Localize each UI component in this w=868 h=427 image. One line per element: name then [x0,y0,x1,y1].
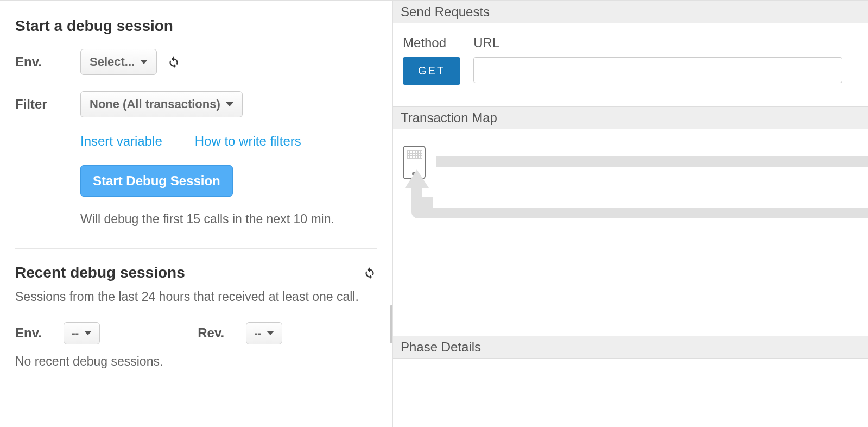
send-request-form: Method GET URL [393,23,868,106]
url-input[interactable] [473,57,842,83]
start-help-text: Will debug the first 15 calls in the nex… [80,212,377,227]
env-select-value: Select... [90,55,135,69]
recent-rev-label: Rev. [198,325,224,341]
recent-rev-value: -- [254,327,261,340]
caret-down-icon [84,331,92,335]
refresh-icon [167,55,181,69]
filter-label: Filter [15,97,80,112]
flow-line [411,208,868,218]
env-select-dropdown[interactable]: Select... [80,49,157,75]
recent-subtitle: Sessions from the last 24 hours that rec… [15,287,363,307]
env-label: Env. [15,54,80,70]
transaction-map-header: Transaction Map [393,106,868,129]
insert-variable-link[interactable]: Insert variable [80,134,162,149]
caret-down-icon [140,60,148,64]
filter-select-value: None (All transactions) [90,97,220,111]
filter-row: Filter None (All transactions) [15,91,377,117]
recent-refresh-button[interactable] [363,266,377,280]
filter-select-dropdown[interactable]: None (All transactions) [80,91,243,117]
env-row: Env. Select... [15,49,377,75]
recent-env-value: -- [72,327,79,340]
transaction-map [393,129,868,336]
method-label: Method [403,35,460,51]
phase-details-body [393,359,868,427]
phase-details-header: Phase Details [393,336,868,359]
recent-rev-dropdown[interactable]: -- [246,322,282,344]
divider [15,248,377,249]
how-to-write-filters-link[interactable]: How to write filters [195,134,301,149]
right-panel: Send Requests Method GET URL Transaction… [393,1,868,427]
start-session-title: Start a debug session [15,17,377,35]
recent-empty-message: No recent debug sessions. [15,354,377,369]
env-refresh-button[interactable] [167,55,181,69]
filter-links: Insert variable How to write filters [80,134,377,149]
flow-line [436,156,868,167]
arrow-up-icon [405,169,429,188]
start-debug-session-button[interactable]: Start Debug Session [80,165,233,197]
caret-down-icon [267,331,274,335]
url-label: URL [473,35,858,51]
caret-down-icon [226,102,233,106]
recent-env-dropdown[interactable]: -- [64,322,100,344]
recent-filters: Env. -- Rev. -- [15,322,377,344]
send-requests-header: Send Requests [393,1,868,23]
refresh-icon [363,266,377,280]
left-panel: Start a debug session Env. Select... Fil… [0,1,393,427]
recent-header-row: Recent debug sessions [15,264,377,281]
recent-env-label: Env. [15,325,42,341]
http-method-button[interactable]: GET [403,57,460,85]
recent-sessions-title: Recent debug sessions [15,264,185,281]
